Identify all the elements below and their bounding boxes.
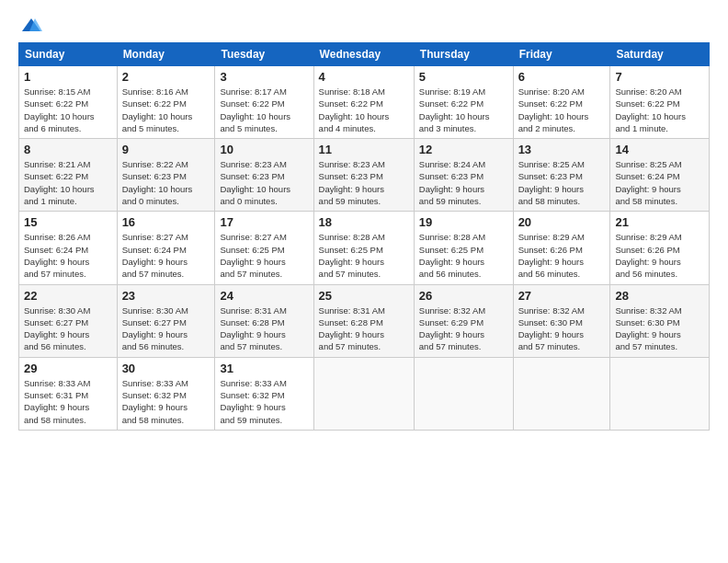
day-info: Sunrise: 8:33 AM Sunset: 6:31 PM Dayligh…	[24, 377, 112, 426]
calendar-cell: 13Sunrise: 8:25 AM Sunset: 6:23 PM Dayli…	[513, 139, 610, 212]
day-number: 9	[122, 143, 210, 156]
day-info: Sunrise: 8:18 AM Sunset: 6:22 PM Dayligh…	[319, 86, 409, 134]
calendar-cell: 20Sunrise: 8:29 AM Sunset: 6:26 PM Dayli…	[513, 212, 610, 284]
day-info: Sunrise: 8:24 AM Sunset: 6:23 PM Dayligh…	[419, 158, 508, 207]
day-number: 13	[518, 143, 606, 156]
header	[18, 17, 710, 33]
day-info: Sunrise: 8:17 AM Sunset: 6:22 PM Dayligh…	[220, 86, 308, 134]
week-row-3: 15Sunrise: 8:26 AM Sunset: 6:24 PM Dayli…	[19, 212, 710, 284]
day-info: Sunrise: 8:23 AM Sunset: 6:23 PM Dayligh…	[220, 158, 308, 207]
calendar-cell	[313, 357, 414, 430]
day-info: Sunrise: 8:30 AM Sunset: 6:27 PM Dayligh…	[122, 304, 210, 353]
day-number: 23	[122, 289, 210, 303]
day-info: Sunrise: 8:25 AM Sunset: 6:23 PM Dayligh…	[518, 158, 606, 207]
calendar-cell: 11Sunrise: 8:23 AM Sunset: 6:23 PM Dayli…	[313, 139, 414, 212]
calendar-cell: 12Sunrise: 8:24 AM Sunset: 6:23 PM Dayli…	[414, 139, 513, 212]
day-info: Sunrise: 8:16 AM Sunset: 6:22 PM Dayligh…	[122, 86, 210, 134]
day-info: Sunrise: 8:27 AM Sunset: 6:24 PM Dayligh…	[122, 231, 210, 280]
day-number: 30	[122, 362, 210, 375]
day-number: 19	[419, 215, 508, 229]
week-row-2: 8Sunrise: 8:21 AM Sunset: 6:22 PM Daylig…	[19, 139, 710, 212]
day-info: Sunrise: 8:32 AM Sunset: 6:30 PM Dayligh…	[615, 304, 704, 353]
calendar-cell: 30Sunrise: 8:33 AM Sunset: 6:32 PM Dayli…	[117, 357, 215, 430]
day-info: Sunrise: 8:15 AM Sunset: 6:22 PM Dayligh…	[24, 86, 112, 134]
week-row-1: 1Sunrise: 8:15 AM Sunset: 6:22 PM Daylig…	[19, 66, 710, 139]
day-info: Sunrise: 8:23 AM Sunset: 6:23 PM Dayligh…	[319, 158, 409, 207]
day-info: Sunrise: 8:25 AM Sunset: 6:24 PM Dayligh…	[615, 158, 704, 207]
weekday-wednesday: Wednesday	[313, 43, 414, 66]
calendar-cell: 29Sunrise: 8:33 AM Sunset: 6:31 PM Dayli…	[19, 357, 118, 430]
day-info: Sunrise: 8:19 AM Sunset: 6:22 PM Dayligh…	[419, 86, 508, 134]
day-number: 28	[615, 289, 704, 303]
day-number: 17	[220, 215, 308, 229]
day-number: 16	[122, 215, 210, 229]
calendar-cell: 21Sunrise: 8:29 AM Sunset: 6:26 PM Dayli…	[610, 212, 710, 284]
week-row-5: 29Sunrise: 8:33 AM Sunset: 6:31 PM Dayli…	[19, 357, 710, 430]
calendar-cell: 14Sunrise: 8:25 AM Sunset: 6:24 PM Dayli…	[610, 139, 710, 212]
calendar: SundayMondayTuesdayWednesdayThursdayFrid…	[18, 42, 710, 431]
calendar-cell: 23Sunrise: 8:30 AM Sunset: 6:27 PM Dayli…	[117, 284, 215, 357]
calendar-cell: 5Sunrise: 8:19 AM Sunset: 6:22 PM Daylig…	[414, 66, 513, 139]
day-number: 6	[518, 70, 606, 84]
calendar-cell: 2Sunrise: 8:16 AM Sunset: 6:22 PM Daylig…	[117, 66, 215, 139]
calendar-cell: 7Sunrise: 8:20 AM Sunset: 6:22 PM Daylig…	[610, 66, 710, 139]
day-info: Sunrise: 8:22 AM Sunset: 6:23 PM Dayligh…	[122, 158, 210, 207]
weekday-thursday: Thursday	[414, 43, 513, 66]
calendar-cell: 31Sunrise: 8:33 AM Sunset: 6:32 PM Dayli…	[215, 357, 313, 430]
day-number: 2	[122, 70, 210, 84]
day-info: Sunrise: 8:28 AM Sunset: 6:25 PM Dayligh…	[419, 231, 508, 280]
calendar-cell: 18Sunrise: 8:28 AM Sunset: 6:25 PM Dayli…	[313, 212, 414, 284]
day-number: 12	[419, 143, 508, 156]
calendar-cell: 15Sunrise: 8:26 AM Sunset: 6:24 PM Dayli…	[19, 212, 118, 284]
day-number: 7	[615, 70, 704, 84]
weekday-friday: Friday	[513, 43, 610, 66]
day-info: Sunrise: 8:32 AM Sunset: 6:30 PM Dayligh…	[518, 304, 606, 353]
calendar-cell: 4Sunrise: 8:18 AM Sunset: 6:22 PM Daylig…	[313, 66, 414, 139]
day-number: 31	[220, 362, 308, 375]
day-number: 18	[319, 215, 409, 229]
calendar-cell: 24Sunrise: 8:31 AM Sunset: 6:28 PM Dayli…	[215, 284, 313, 357]
calendar-cell: 26Sunrise: 8:32 AM Sunset: 6:29 PM Dayli…	[414, 284, 513, 357]
day-number: 14	[615, 143, 704, 156]
day-number: 20	[518, 215, 606, 229]
day-info: Sunrise: 8:29 AM Sunset: 6:26 PM Dayligh…	[615, 231, 704, 280]
week-row-4: 22Sunrise: 8:30 AM Sunset: 6:27 PM Dayli…	[19, 284, 710, 357]
logo	[18, 17, 44, 33]
day-number: 15	[24, 215, 112, 229]
day-info: Sunrise: 8:29 AM Sunset: 6:26 PM Dayligh…	[518, 231, 606, 280]
day-info: Sunrise: 8:26 AM Sunset: 6:24 PM Dayligh…	[24, 231, 112, 280]
day-number: 27	[518, 289, 606, 303]
day-info: Sunrise: 8:27 AM Sunset: 6:25 PM Dayligh…	[220, 231, 308, 280]
calendar-cell: 27Sunrise: 8:32 AM Sunset: 6:30 PM Dayli…	[513, 284, 610, 357]
weekday-sunday: Sunday	[19, 43, 118, 66]
calendar-cell	[610, 357, 710, 430]
day-info: Sunrise: 8:21 AM Sunset: 6:22 PM Dayligh…	[24, 158, 112, 207]
day-info: Sunrise: 8:31 AM Sunset: 6:28 PM Dayligh…	[319, 304, 409, 353]
calendar-cell: 19Sunrise: 8:28 AM Sunset: 6:25 PM Dayli…	[414, 212, 513, 284]
logo-icon	[20, 17, 42, 33]
weekday-monday: Monday	[117, 43, 215, 66]
day-number: 10	[220, 143, 308, 156]
day-number: 8	[24, 143, 112, 156]
calendar-cell: 8Sunrise: 8:21 AM Sunset: 6:22 PM Daylig…	[19, 139, 118, 212]
day-info: Sunrise: 8:20 AM Sunset: 6:22 PM Dayligh…	[518, 86, 606, 134]
day-number: 22	[24, 289, 112, 303]
day-number: 29	[24, 362, 112, 375]
calendar-cell: 10Sunrise: 8:23 AM Sunset: 6:23 PM Dayli…	[215, 139, 313, 212]
weekday-saturday: Saturday	[610, 43, 710, 66]
calendar-cell: 9Sunrise: 8:22 AM Sunset: 6:23 PM Daylig…	[117, 139, 215, 212]
day-number: 5	[419, 70, 508, 84]
day-number: 1	[24, 70, 112, 84]
calendar-cell: 1Sunrise: 8:15 AM Sunset: 6:22 PM Daylig…	[19, 66, 118, 139]
calendar-cell: 3Sunrise: 8:17 AM Sunset: 6:22 PM Daylig…	[215, 66, 313, 139]
weekday-tuesday: Tuesday	[215, 43, 313, 66]
calendar-cell: 16Sunrise: 8:27 AM Sunset: 6:24 PM Dayli…	[117, 212, 215, 284]
logo-text	[18, 17, 44, 33]
calendar-cell	[513, 357, 610, 430]
page: SundayMondayTuesdayWednesdayThursdayFrid…	[0, 0, 728, 563]
calendar-cell: 6Sunrise: 8:20 AM Sunset: 6:22 PM Daylig…	[513, 66, 610, 139]
calendar-cell: 25Sunrise: 8:31 AM Sunset: 6:28 PM Dayli…	[313, 284, 414, 357]
day-info: Sunrise: 8:33 AM Sunset: 6:32 PM Dayligh…	[122, 377, 210, 426]
day-info: Sunrise: 8:31 AM Sunset: 6:28 PM Dayligh…	[220, 304, 308, 353]
calendar-cell: 17Sunrise: 8:27 AM Sunset: 6:25 PM Dayli…	[215, 212, 313, 284]
